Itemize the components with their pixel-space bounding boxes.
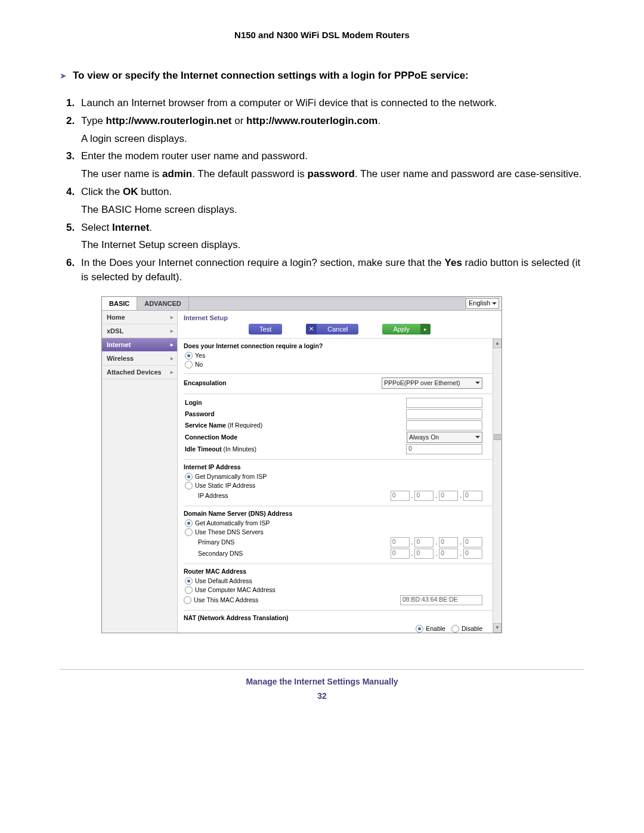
secondary-dns-label: Secondary DNS bbox=[184, 550, 243, 557]
step-text: Launch an Internet browser from a comput… bbox=[81, 97, 497, 109]
login-input[interactable] bbox=[406, 398, 482, 408]
form-area: ▲ ▼ Does your Internet connection requir… bbox=[178, 338, 501, 633]
radio-ip-dynamic[interactable]: Get Dynamically from ISP bbox=[185, 473, 482, 481]
radio-no[interactable]: No bbox=[185, 361, 482, 368]
heading-text: To view or specify the Internet connecti… bbox=[73, 70, 469, 82]
radio-icon bbox=[451, 625, 459, 633]
radio-mac-this[interactable]: Use This MAC Address bbox=[184, 596, 258, 604]
ip-address-label: IP Address bbox=[184, 492, 228, 499]
test-button[interactable]: Test bbox=[249, 324, 282, 335]
primary-dns-input[interactable]: 0.0.0.0 bbox=[391, 537, 482, 547]
connection-mode-label: Connection Mode bbox=[184, 433, 237, 441]
footer-title: Manage the Internet Settings Manually bbox=[60, 677, 584, 686]
mac-input[interactable]: 08:BD:43:64:BE:DE bbox=[400, 595, 482, 605]
document-header: N150 and N300 WiFi DSL Modem Routers bbox=[60, 30, 584, 40]
nat-heading: NAT (Network Address Translation) bbox=[184, 614, 482, 621]
scroll-up-icon[interactable]: ▲ bbox=[493, 339, 501, 348]
secondary-dns-input[interactable]: 0.0.0.0 bbox=[391, 549, 482, 559]
radio-ip-static[interactable]: Use Static IP Address bbox=[185, 482, 482, 490]
step-sub: The user name is admin. The default pass… bbox=[81, 167, 584, 181]
page-footer: Manage the Internet Settings Manually 32 bbox=[60, 669, 584, 701]
ip-address-input[interactable]: 0.0.0.0 bbox=[391, 491, 482, 501]
step-6: In the Does your Internet connection req… bbox=[78, 256, 584, 284]
step-4: Click the OK button. The BASIC Home scre… bbox=[78, 185, 584, 217]
encapsulation-label: Encapsulation bbox=[184, 379, 227, 386]
encapsulation-select[interactable]: PPPoE(PPP over Ethernet) bbox=[382, 377, 482, 389]
section-nat: NAT (Network Address Translation) Enable… bbox=[184, 611, 493, 633]
section-credentials: Login Password Service Name (If Required… bbox=[184, 394, 493, 460]
apply-button[interactable]: Apply▸ bbox=[382, 324, 431, 335]
scroll-down-icon[interactable]: ▼ bbox=[493, 623, 501, 633]
radio-icon bbox=[185, 482, 193, 490]
chevron-right-icon: ▸ bbox=[420, 324, 431, 335]
sidebar-item-wireless[interactable]: Wireless▸ bbox=[102, 352, 177, 366]
radio-icon bbox=[185, 586, 193, 594]
connection-mode-select[interactable]: Always On bbox=[407, 432, 482, 443]
section-mac: Router MAC Address Use Default Address U… bbox=[184, 564, 493, 611]
sidebar-item-internet[interactable]: Internet▸ bbox=[102, 338, 177, 352]
radio-icon bbox=[185, 352, 193, 360]
login-label: Login bbox=[184, 399, 202, 406]
tab-basic[interactable]: BASIC bbox=[102, 297, 137, 310]
chevron-right-icon: ▸ bbox=[171, 342, 174, 348]
section-login-required: Does your Internet connection require a … bbox=[184, 339, 493, 374]
step-1: Launch an Internet browser from a comput… bbox=[78, 96, 584, 110]
section-dns: Domain Name Server (DNS) Address Get Aut… bbox=[184, 506, 493, 564]
idle-timeout-label: Idle Timeout (In Minutes) bbox=[184, 445, 256, 453]
tab-advanced[interactable]: ADVANCED bbox=[137, 297, 189, 310]
radio-icon bbox=[184, 596, 191, 604]
sidebar-item-attached-devices[interactable]: Attached Devices▸ bbox=[102, 366, 177, 379]
password-input[interactable] bbox=[406, 409, 482, 419]
idle-timeout-input[interactable]: 0 bbox=[406, 444, 482, 454]
step-sub: The BASIC Home screen displays. bbox=[81, 203, 584, 217]
radio-icon bbox=[185, 473, 193, 481]
step-5: Select Internet. The Internet Setup scre… bbox=[78, 221, 584, 253]
language-select[interactable]: English bbox=[466, 298, 499, 309]
step-sub: The Internet Setup screen displays. bbox=[81, 238, 584, 252]
radio-mac-computer[interactable]: Use Computer MAC Address bbox=[185, 586, 482, 594]
chevron-right-icon: ▸ bbox=[171, 328, 174, 334]
page-number: 32 bbox=[60, 691, 584, 701]
cancel-button[interactable]: ✕Cancel bbox=[306, 324, 358, 335]
step-2: Type http://www.routerlogin.net or http:… bbox=[78, 114, 584, 146]
radio-icon bbox=[185, 361, 193, 368]
action-buttons: Test ✕Cancel Apply▸ bbox=[178, 323, 501, 338]
question-label: Does your Internet connection require a … bbox=[184, 342, 482, 349]
step-list: Launch an Internet browser from a comput… bbox=[78, 96, 584, 284]
radio-mac-default[interactable]: Use Default Address bbox=[185, 577, 482, 585]
primary-dns-label: Primary DNS bbox=[184, 538, 234, 546]
service-name-label: Service Name (If Required) bbox=[184, 422, 262, 429]
step-3: Enter the modem router user name and pas… bbox=[78, 149, 584, 181]
page-title: Internet Setup bbox=[178, 311, 501, 323]
sidebar-item-xdsl[interactable]: xDSL▸ bbox=[102, 324, 177, 338]
scroll-thumb[interactable] bbox=[494, 434, 501, 440]
close-icon: ✕ bbox=[306, 324, 317, 335]
procedure-heading: ➤ To view or specify the Internet connec… bbox=[60, 70, 584, 82]
scrollbar[interactable]: ▲ ▼ bbox=[493, 339, 501, 633]
step-sub: A login screen displays. bbox=[81, 132, 584, 146]
service-name-input[interactable] bbox=[406, 420, 482, 431]
router-ui-screenshot: BASIC ADVANCED English Home▸ xDSL▸ Inter… bbox=[101, 296, 502, 633]
dns-heading: Domain Name Server (DNS) Address bbox=[184, 510, 482, 517]
section-internet-ip: Internet IP Address Get Dynamically from… bbox=[184, 460, 493, 506]
sidebar-item-home[interactable]: Home▸ bbox=[102, 311, 177, 324]
radio-icon bbox=[185, 528, 193, 536]
radio-dns-auto[interactable]: Get Automatically from ISP bbox=[185, 519, 482, 527]
ip-heading: Internet IP Address bbox=[184, 463, 482, 470]
main-panel: Internet Setup Test ✕Cancel Apply▸ ▲ ▼ D… bbox=[178, 311, 501, 633]
radio-icon bbox=[185, 519, 193, 527]
sidebar: Home▸ xDSL▸ Internet▸ Wireless▸ Attached… bbox=[102, 311, 178, 633]
radio-dns-manual[interactable]: Use These DNS Servers bbox=[185, 528, 482, 536]
arrow-icon: ➤ bbox=[60, 71, 67, 80]
chevron-right-icon: ▸ bbox=[171, 355, 174, 361]
radio-nat-enable[interactable]: Enable bbox=[416, 625, 445, 633]
chevron-right-icon: ▸ bbox=[171, 369, 174, 375]
radio-nat-disable[interactable]: Disable bbox=[451, 625, 482, 633]
password-label: Password bbox=[184, 410, 215, 417]
section-encapsulation: Encapsulation PPPoE(PPP over Ethernet) bbox=[184, 374, 493, 394]
top-tabs: BASIC ADVANCED English bbox=[102, 297, 501, 311]
radio-icon bbox=[185, 577, 193, 585]
radio-yes[interactable]: Yes bbox=[185, 352, 482, 360]
radio-icon bbox=[416, 625, 423, 633]
chevron-right-icon: ▸ bbox=[171, 314, 174, 320]
